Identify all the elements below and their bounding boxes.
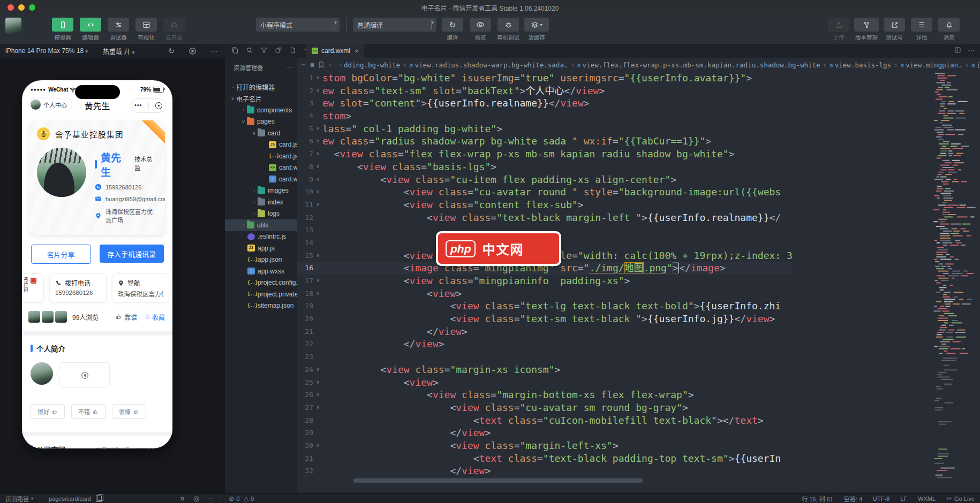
hot-reload-toggle[interactable]: 热重载 开 ▾ <box>103 47 134 56</box>
rate-button-good[interactable]: 很好 <box>31 404 65 419</box>
code-line-25[interactable]: 25∨<view> <box>297 376 793 389</box>
fold-chevron-icon[interactable]: ∨ <box>313 186 322 199</box>
tree-item-card.js[interactable]: JScard.js <box>225 139 297 151</box>
fold-chevron-icon[interactable]: ∨ <box>313 161 322 173</box>
clear-cache-button[interactable]: ▾ 清缓存 <box>524 18 549 41</box>
upload-button[interactable]: 上传 <box>827 18 850 41</box>
code-line-18[interactable]: 18∨<view> <box>297 287 793 300</box>
minimize-window-button[interactable] <box>18 4 25 11</box>
user-avatar[interactable] <box>5 18 21 34</box>
outline-icon[interactable]: ≣ <box>310 61 314 68</box>
code-line-7[interactable]: 7∨<view class="flex flex-wrap p-xs mb-sm… <box>297 148 793 161</box>
tree-item-index[interactable]: ›index <box>225 196 297 208</box>
tree-item-images[interactable]: ›images <box>225 185 297 197</box>
code-line-10[interactable]: 10∨<view class="cu-avatar round " style=… <box>297 186 793 199</box>
pages-icon[interactable] <box>231 47 239 54</box>
tree-item-project.config.json[interactable]: {..}project.config.json <box>225 277 297 289</box>
share-card-button[interactable]: 名片分享 <box>31 245 91 264</box>
more-icon[interactable]: ⋯ <box>210 47 217 55</box>
fold-chevron-icon[interactable]: ∨ <box>313 439 322 452</box>
tree-item-components[interactable]: ›components <box>225 104 297 116</box>
visual-toggle-button[interactable]: 可视化 <box>134 18 158 41</box>
tree-item-card[interactable]: ∨card <box>225 127 297 139</box>
code-line-3[interactable]: 3ew slot="content">{{userInfo.realname}}… <box>297 97 793 110</box>
code-line-5[interactable]: 5∨lass=" col-1 padding bg-white"> <box>297 123 793 135</box>
mode-dropdown[interactable]: 小程序模式 ▾ <box>256 18 340 32</box>
code-line-26[interactable]: 26∨<view class="margin-bottom-xs flex fl… <box>297 388 793 401</box>
more-icon[interactable]: ⋯ <box>301 61 305 68</box>
more-icon[interactable]: ⋯ <box>207 495 213 502</box>
language-mode[interactable]: WXML <box>918 496 936 502</box>
rotate-icon[interactable]: ↻ <box>168 47 175 55</box>
device-selector[interactable]: iPhone 14 Pro Max 75% 18 ▾ <box>5 47 88 55</box>
tree-item-card.json[interactable]: {..}card.json <box>225 150 297 162</box>
fold-chevron-icon[interactable]: ∨ <box>313 249 322 262</box>
split-editor-icon[interactable] <box>954 47 961 55</box>
problems-indicator[interactable]: ⊘0 △0 <box>229 495 254 502</box>
debug-icon[interactable] <box>179 495 186 502</box>
tree-item-电子名片[interactable]: ∨电子名片 <box>225 93 297 105</box>
fold-chevron-icon[interactable]: ∨ <box>313 363 322 376</box>
nav-back-icon[interactable]: ← <box>329 61 333 68</box>
breadcrumb-item[interactable]: ⊘view.flex.flex-wrap.p-xs.mb-sm.kapian.r… <box>577 61 820 69</box>
close-icon[interactable]: × <box>355 47 359 55</box>
save-contact-button[interactable]: 存入手机通讯录 <box>100 245 164 263</box>
code-line-8[interactable]: 8∨<view class="basis-lgs"> <box>297 161 793 173</box>
wechat-capsule[interactable]: ••• <box>131 98 166 113</box>
code-line-11[interactable]: 11∨<view class="content flex-sub"> <box>297 199 793 211</box>
file-icon[interactable] <box>289 47 297 54</box>
copy-icon[interactable] <box>96 496 102 502</box>
code-line-9[interactable]: 9∨<view class="cu-item flex padding-xs a… <box>297 173 793 186</box>
code-line-1[interactable]: 1∨stom bgColor="bg-white" isuserImg="tru… <box>297 72 793 85</box>
call-card[interactable]: 拨打电话 15992680126 <box>49 273 107 303</box>
preview-button[interactable]: 预览 <box>469 18 492 41</box>
stop-icon[interactable] <box>189 47 197 55</box>
fold-chevron-icon[interactable]: ∨ <box>313 85 322 97</box>
bookmark-icon[interactable] <box>319 62 324 68</box>
scm-icon[interactable] <box>260 47 268 54</box>
tree-item-pages[interactable]: ∨pages <box>225 116 297 128</box>
horizontal-scrollbar[interactable] <box>353 478 643 483</box>
breadcrumb-item[interactable]: ⊘view.basis-lgs <box>830 61 891 69</box>
code-line-19[interactable]: 19<view class="text-lg text-black text-b… <box>297 300 793 313</box>
eol-setting[interactable]: LF <box>900 496 907 502</box>
breadcrumb-item[interactable]: dding.bg-white <box>344 61 400 69</box>
tab-card-wxml[interactable]: <> card.wxml × <box>306 44 364 58</box>
tree-item-sitemap.json[interactable]: {..}sitemap.json <box>225 300 297 312</box>
tree-item-utils[interactable]: ›utils <box>225 219 297 231</box>
code-line-27[interactable]: 27∨<view class="cu-avatar sm round bg-gr… <box>297 401 793 414</box>
tree-item-card.wxml[interactable]: <>card.wxml <box>225 162 297 174</box>
cloud-dev-button[interactable]: 云开发 <box>162 18 186 41</box>
code-area[interactable]: 1∨stom bgColor="bg-white" isuserImg="tru… <box>297 72 793 484</box>
fold-chevron-icon[interactable]: ∨ <box>313 275 322 287</box>
code-line-28[interactable]: 28<text class="cuIcon-mobilefill text-bl… <box>297 414 793 427</box>
rate-button-nice[interactable]: 不错 <box>71 404 105 419</box>
encoding-setting[interactable]: UTF-8 <box>873 496 889 502</box>
navigate-card[interactable]: 导航 珠海保税区富力优派广场 <box>112 273 169 303</box>
layout-icon[interactable] <box>275 47 282 54</box>
fold-chevron-icon[interactable]: ∨ <box>313 376 322 389</box>
audio-bubble[interactable] <box>59 362 110 388</box>
address-row[interactable]: 珠海保税区富力优派广场 <box>95 207 157 224</box>
debugger-toggle-button[interactable]: 调试器 <box>107 18 130 41</box>
code-line-32[interactable]: 32</view> <box>297 464 793 477</box>
code-line-29[interactable]: 29</view> <box>297 426 793 439</box>
indentation-setting[interactable]: 空格: 4 <box>844 494 862 503</box>
tree-item-app.js[interactable]: JSapp.js <box>225 242 297 254</box>
fold-chevron-icon[interactable]: ∨ <box>313 72 322 85</box>
nav-forward-icon[interactable]: → <box>338 61 342 68</box>
code-line-17[interactable]: 17∨<view class="mingpianinfo padding-xs"… <box>297 275 793 287</box>
tree-item-app.json[interactable]: {..}app.json <box>225 254 297 266</box>
rate-button-great[interactable]: 很棒 <box>112 404 146 419</box>
tree-item-.eslintrc.js[interactable]: .eslintrc.js <box>225 231 297 243</box>
fold-chevron-icon[interactable]: ∨ <box>313 199 322 211</box>
tree-item-logs[interactable]: ›logs <box>225 208 297 220</box>
fold-chevron-icon[interactable]: ∨ <box>313 401 322 414</box>
code-line-24[interactable]: 24∨<view class="margin-xs iconsm"> <box>297 363 793 376</box>
profile-photo[interactable] <box>37 148 86 197</box>
breadcrumb-item[interactable]: ⊘im <box>971 61 980 69</box>
tree-item-card.wxss[interactable]: ≡card.wxss <box>225 173 297 185</box>
device-debug-button[interactable]: 真机调试 <box>496 18 520 41</box>
fold-chevron-icon[interactable]: ∨ <box>313 388 322 401</box>
go-live-button[interactable]: Go Live <box>946 496 975 502</box>
